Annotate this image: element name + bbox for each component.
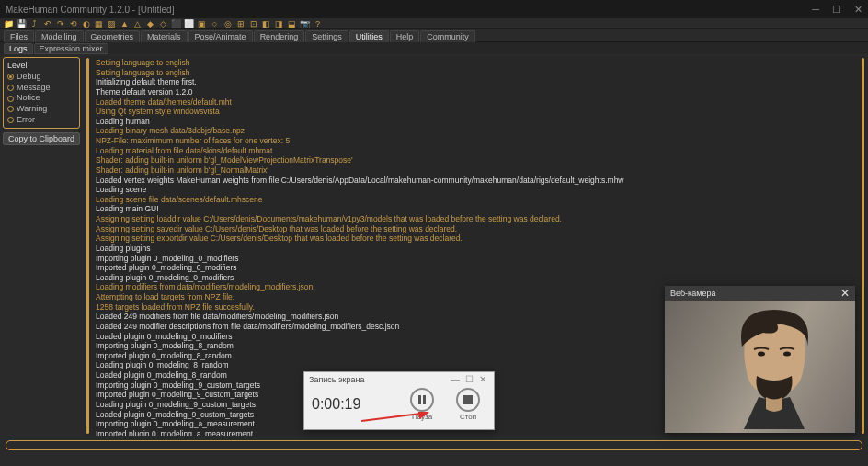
level-panel-title: Level [7, 61, 75, 70]
subtab-expressionmixer[interactable]: Expression mixer [34, 43, 108, 54]
recorder-maximize-icon[interactable]: ☐ [463, 374, 476, 384]
toolbar-view2-icon[interactable]: ⬜ [184, 18, 194, 28]
svg-rect-0 [418, 395, 421, 404]
toolbar-redo-icon[interactable]: ↷ [55, 18, 65, 28]
log-line: Theme default version 1.2.0 [96, 87, 862, 97]
tab-rendering[interactable]: Rendering [254, 30, 305, 42]
level-option-label: Warning [17, 104, 47, 115]
toolbar-wire-icon[interactable]: ▦ [94, 18, 104, 28]
log-line: Assigning setting exportdir value C:/Use… [96, 233, 862, 244]
toolbar-skel-icon[interactable]: △ [132, 18, 143, 28]
toolbar-file-icon[interactable]: 📁 [4, 18, 14, 28]
toolbar-t2-icon[interactable]: ◨ [274, 18, 284, 28]
toolbar-t3-icon[interactable]: ⬓ [287, 18, 297, 28]
svg-point-5 [783, 352, 791, 357]
toolbar-save-icon[interactable]: 💾 [17, 18, 27, 28]
level-option-error[interactable]: Error [7, 115, 75, 126]
main-tabs: FilesModellingGeometriesMaterialsPose/An… [0, 29, 868, 42]
tab-geometries[interactable]: Geometries [85, 30, 141, 42]
log-line: Shader: adding built-in uniform b'gl_Mod… [96, 155, 862, 165]
level-option-label: Debug [17, 72, 41, 83]
tab-utilities[interactable]: Utilities [349, 30, 389, 42]
log-line: Using Qt system style windowsvista [96, 107, 862, 117]
tab-files[interactable]: Files [4, 30, 34, 42]
toolbar-cam2-icon[interactable]: ◎ [223, 18, 233, 28]
recorder-minimize-icon[interactable]: — [448, 374, 463, 384]
svg-rect-1 [423, 395, 426, 404]
tab-community[interactable]: Community [420, 30, 475, 42]
minimize-icon[interactable]: ─ [812, 4, 819, 16]
toolbar-reset-icon[interactable]: ⟲ [68, 18, 78, 28]
level-option-warning[interactable]: Warning [7, 104, 75, 115]
pause-icon [417, 395, 427, 404]
radio-icon [7, 117, 14, 123]
toolbar-export-icon[interactable]: ⤴ [29, 18, 40, 28]
toolbar-view1-icon[interactable]: ⬛ [171, 18, 181, 28]
webcam-video [665, 301, 855, 433]
toolbar-smooth-icon[interactable]: ◐ [81, 18, 91, 28]
toolbar-persp-icon[interactable]: ⊡ [248, 18, 258, 28]
webcam-close-icon[interactable]: ✕ [840, 287, 850, 300]
sidebar: Level DebugMessageNoticeWarningError Cop… [0, 54, 83, 438]
toolbar-grid-icon[interactable]: ▣ [197, 18, 207, 28]
recorder-close-icon[interactable]: ✕ [476, 374, 489, 384]
tab-settings[interactable]: Settings [305, 30, 348, 42]
maximize-icon[interactable]: ☐ [832, 4, 841, 16]
toolbar-help-icon[interactable]: ? [313, 18, 323, 28]
log-line: Loading main GUI [96, 204, 862, 214]
toolbar-sym1-icon[interactable]: ◆ [145, 18, 155, 28]
log-line: Loading scene [96, 185, 862, 195]
subtab-logs[interactable]: Logs [4, 43, 33, 54]
log-line: Loading binary mesh data/3dobjs/base.npz [96, 126, 862, 136]
close-icon[interactable]: ✕ [854, 4, 862, 16]
level-option-label: Error [17, 115, 35, 126]
tab-poseanimate[interactable]: Pose/Animate [188, 30, 253, 42]
level-option-debug[interactable]: Debug [7, 72, 75, 83]
toolbar-sym2-icon[interactable]: ◇ [158, 18, 168, 28]
toolbar-ortho-icon[interactable]: ⊞ [235, 18, 246, 28]
toolbar-bg-icon[interactable]: ▨ [107, 18, 117, 28]
recorder-time: 0:00:19 [312, 396, 394, 413]
log-line: Imported plugin 0_modeling_0_modifiers [96, 263, 862, 273]
toolbar-cam-icon[interactable]: ○ [210, 18, 220, 28]
webcam-window[interactable]: Веб-камера ✕ [665, 286, 855, 433]
toolbar-pose-icon[interactable]: ▲ [120, 18, 130, 28]
stop-button[interactable] [456, 388, 480, 412]
level-panel: Level DebugMessageNoticeWarningError [3, 57, 80, 129]
status-bar [0, 438, 868, 452]
radio-icon [7, 85, 14, 91]
radio-icon [7, 106, 14, 112]
log-line: Assigning setting savedir value C:/Users… [96, 224, 862, 234]
recorder-title: Запись экрана [309, 375, 365, 384]
pause-label: Пауза [412, 413, 432, 421]
log-line: Importing plugin 0_modeling_0_modifiers [96, 254, 862, 264]
log-line: Setting language to english [96, 58, 862, 68]
svg-point-4 [758, 352, 765, 357]
main-toolbar: 📁 💾 ⤴ ↶ ↷ ⟲ ◐ ▦ ▨ ▲ △ ◆ ◇ ⬛ ⬜ ▣ ○ ◎ ⊞ ⊡ … [0, 18, 868, 29]
tab-help[interactable]: Help [390, 30, 420, 42]
toolbar-t1-icon[interactable]: ◧ [261, 18, 271, 28]
log-line: Loading human [96, 117, 862, 127]
log-line: Loading material from file data/skins/de… [96, 146, 862, 156]
log-line: Setting language to english [96, 68, 862, 78]
level-option-notice[interactable]: Notice [7, 93, 75, 104]
log-line: Initializing default theme first. [96, 77, 862, 87]
toolbar-screenshot-icon[interactable]: 📷 [300, 18, 310, 28]
webcam-title: Веб-камера [670, 289, 715, 298]
log-line: Loading scene file data/scenes/default.m… [96, 195, 862, 205]
log-line: Loaded theme data/themes/default.mht [96, 97, 862, 108]
copy-clipboard-button[interactable]: Copy to Clipboard [3, 132, 80, 145]
stop-icon [463, 395, 473, 404]
window-titlebar: MakeHuman Community 1.2.0 - [Untitled] ─… [0, 0, 868, 18]
radio-icon [7, 96, 14, 102]
tab-modelling[interactable]: Modelling [35, 30, 84, 42]
screen-recorder-window[interactable]: Запись экрана — ☐ ✕ 0:00:19 Пауза Стоп [303, 371, 495, 430]
person-illustration [731, 310, 818, 429]
status-input[interactable] [6, 440, 862, 450]
log-line: Shader: adding built-in uniform b'gl_Nor… [96, 165, 862, 176]
level-option-message[interactable]: Message [7, 83, 75, 94]
toolbar-undo-icon[interactable]: ↶ [42, 18, 52, 28]
log-line: Loading plugins [96, 244, 862, 254]
tab-materials[interactable]: Materials [141, 30, 188, 42]
pause-button[interactable] [410, 388, 434, 412]
